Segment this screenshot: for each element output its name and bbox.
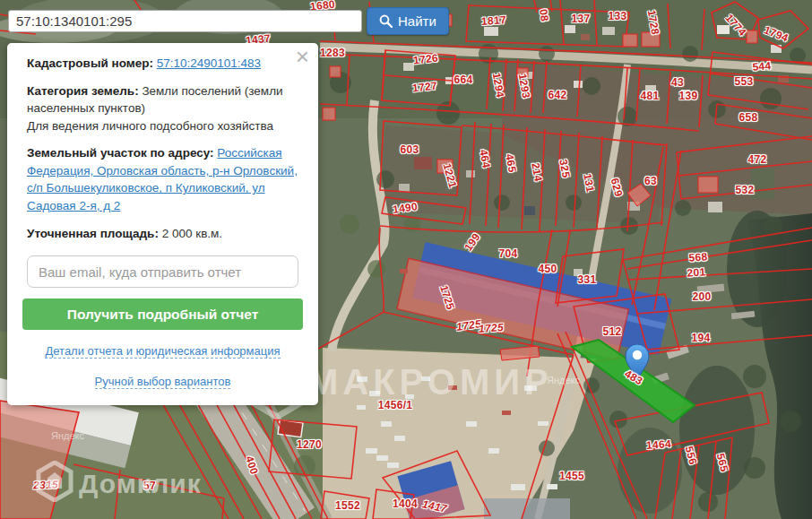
search-icon <box>379 14 393 28</box>
close-icon[interactable]: × <box>296 45 309 68</box>
cadastral-map-app: 1680818170813713317281774179414371283172… <box>0 0 812 519</box>
manual-select-link[interactable]: Ручной выбор вариантов <box>95 375 231 389</box>
category-extra: Для ведения личного подсобного хозяйства <box>27 119 273 133</box>
area-row: Уточненная площадь: 2 000 кв.м. <box>27 225 298 243</box>
address-label: Земельный участок по адресу: <box>27 146 214 160</box>
report-details-link[interactable]: Детали отчета и юридическая информация <box>45 344 280 359</box>
search-button-label: Найти <box>398 13 436 29</box>
parcel-info-panel: × Кадастровый номер: 57:10:2490101:483 К… <box>7 43 318 405</box>
area-label: Уточненная площадь: <box>27 227 159 240</box>
address-row: Земельный участок по адресу: Российская … <box>27 144 298 214</box>
cadastral-number-link[interactable]: 57:10:2490101:483 <box>157 56 261 70</box>
get-report-button[interactable]: Получить подробный отчет <box>22 298 302 330</box>
search-bar: Найти <box>8 7 449 35</box>
search-button[interactable]: Найти <box>367 7 449 35</box>
area-value: 2 000 кв.м. <box>162 227 222 240</box>
cadastral-number-row: Кадастровый номер: 57:10:2490101:483 <box>27 55 298 73</box>
email-input[interactable] <box>27 255 298 288</box>
cadastral-label: Кадастровый номер: <box>27 56 153 70</box>
category-row: Категория земель: Земли поселений (земли… <box>27 82 298 135</box>
search-input[interactable] <box>8 10 362 32</box>
category-label: Категория земель: <box>27 84 139 98</box>
